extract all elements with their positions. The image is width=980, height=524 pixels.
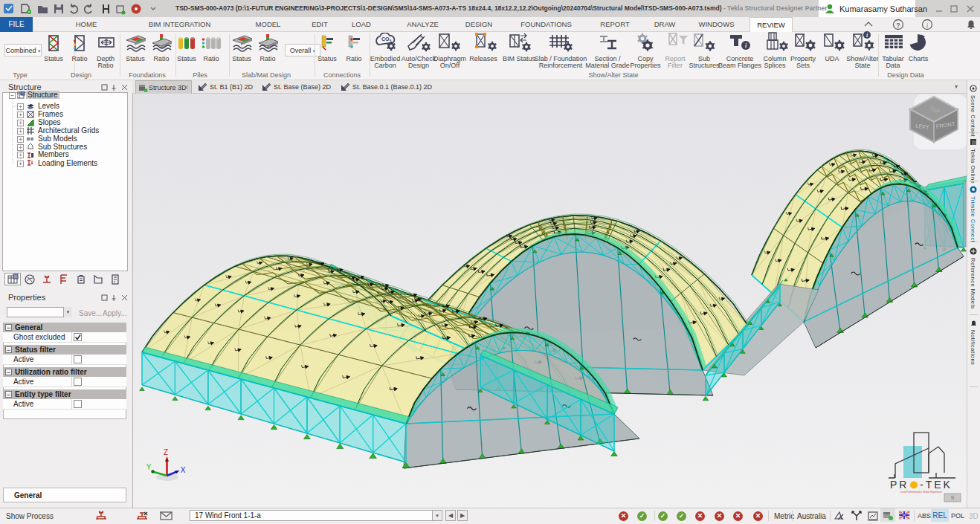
svg-text:CO₂: CO₂: [381, 36, 392, 42]
svg-text:-TEK: -TEK: [920, 479, 952, 491]
svg-text:Z: Z: [164, 448, 168, 456]
svg-text:?: ?: [896, 22, 900, 29]
svg-text:S: S: [951, 495, 955, 500]
svg-text:Y: Y: [146, 463, 152, 471]
svg-text:X: X: [181, 466, 186, 474]
svg-text:PR: PR: [890, 479, 909, 491]
svg-text:Local Professionals | Global E: Local Professionals | Global Experience: [900, 491, 943, 494]
svg-text:i: i: [926, 22, 929, 29]
